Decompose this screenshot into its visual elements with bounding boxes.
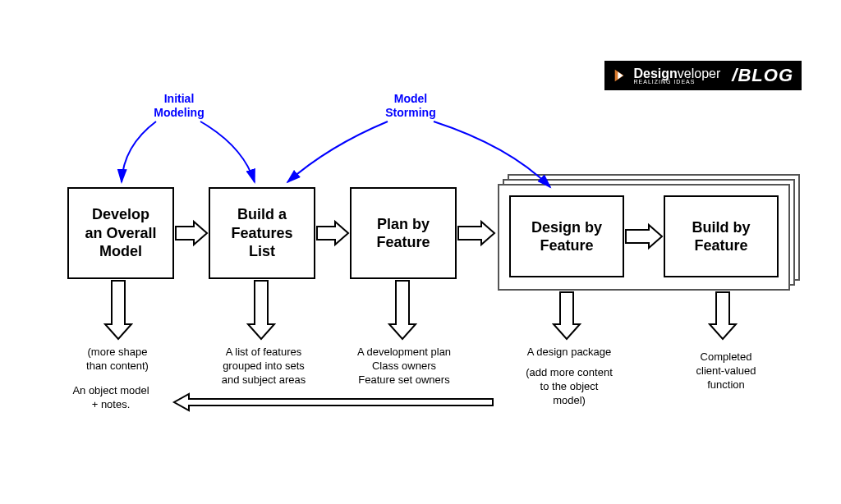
- output-plan: A development planClass ownersFeature se…: [347, 346, 462, 387]
- box-develop-overall-model: Developan OverallModel: [67, 187, 174, 279]
- box-plan-by-feature: Plan byFeature: [350, 187, 457, 279]
- output-build: Completedclient-valuedfunction: [677, 351, 775, 392]
- arrow-storm-to-buildlist: [287, 121, 388, 182]
- arrow-down-develop: [105, 281, 131, 339]
- output-develop-2: An object model+ notes.: [57, 384, 164, 412]
- arrow-plan-to-design: [458, 222, 494, 245]
- fdd-process-diagram: InitialModeling ModelStorming Developan …: [0, 0, 841, 504]
- arrow-down-buildlist: [248, 281, 274, 339]
- arrow-initial-to-develop: [122, 121, 156, 182]
- box-design-by-feature: Design byFeature: [509, 195, 624, 277]
- output-build-list: A list of featuresgrouped into setsand s…: [210, 346, 317, 387]
- annotation-model-storming: ModelStorming: [378, 92, 443, 120]
- annotation-initial-modeling: InitialModeling: [146, 92, 212, 120]
- arrow-feedback-loop: [174, 394, 493, 410]
- arrow-down-plan: [389, 281, 416, 339]
- output-design-2: (add more contentto the objectmodel): [516, 366, 623, 408]
- arrow-buildlist-to-plan: [317, 222, 348, 245]
- arrow-down-build: [710, 292, 736, 339]
- box-build-by-feature: Build byFeature: [664, 195, 779, 277]
- output-develop-1: (more shapethan content): [72, 346, 163, 373]
- output-design-1: A design package: [516, 346, 623, 360]
- arrow-down-design: [554, 292, 580, 339]
- arrow-develop-to-buildlist: [176, 222, 207, 245]
- arrow-initial-to-buildlist: [200, 121, 255, 182]
- box-build-features-list: Build aFeaturesList: [209, 187, 315, 279]
